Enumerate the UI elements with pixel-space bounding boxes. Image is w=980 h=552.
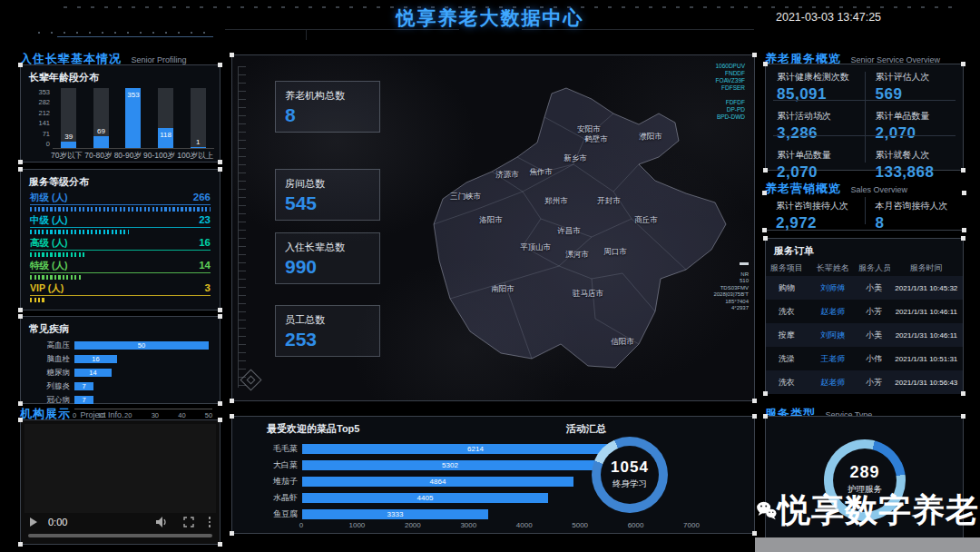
dish-label: 毛毛菜	[245, 443, 302, 455]
x-tick: 7000	[683, 521, 700, 529]
disease-panel: 常见疾病 高血压50脑血栓16糖尿病14列腺炎7冠心病7 01020304050	[20, 316, 220, 404]
corner-handle	[962, 191, 966, 195]
section-title-en: Senior Profiling	[131, 55, 186, 64]
table-row: 购物刘师傅小美2021/1/31 10:45:32	[766, 276, 963, 300]
play-button-icon[interactable]	[30, 518, 37, 527]
video-display[interactable]	[24, 424, 216, 513]
video-scrubber[interactable]	[28, 534, 212, 537]
column-header: 服务人员	[858, 262, 890, 274]
video-menu-icon[interactable]	[209, 517, 211, 527]
video-player-panel: 0:00	[20, 419, 220, 545]
stat-value: 545	[285, 192, 370, 214]
bar-value: 353	[125, 91, 141, 99]
service-time: 2021/1/31 10:56:43	[890, 379, 963, 387]
bar-value: 7	[74, 396, 93, 404]
city-label: 许昌市	[557, 226, 581, 237]
y-tick: 71	[26, 130, 50, 138]
corner-handle	[218, 160, 222, 164]
order-item: 洗衣	[766, 377, 808, 389]
level-dash-bar	[30, 298, 46, 302]
corner-handle	[230, 531, 234, 536]
level-dash-bar	[30, 252, 86, 257]
map-stat-card: 员工总数253	[275, 305, 380, 357]
watermark-text: 悦享数字养老	[778, 488, 979, 533]
disease-row: 脑血栓16	[28, 352, 220, 366]
elder-name: 王老师	[808, 353, 858, 365]
stat-label: 入住长辈总数	[285, 241, 370, 254]
disease-label: 糖尿病	[28, 368, 74, 379]
hud-line: 185°7404	[713, 299, 749, 306]
service-level-row: 初级 (人)266	[30, 192, 211, 212]
stat-label: 累计评估人次	[876, 71, 953, 84]
corner-handle	[18, 160, 23, 164]
map-panel: 安阳市鹤壁市濮阳市新乡市焦作市济源市三门峡市郑州市开封市洛阳市商丘市许昌市平顶山…	[231, 54, 755, 401]
service-time: 2021/1/31 10:46:11	[890, 331, 963, 340]
order-item: 按摩	[766, 330, 808, 341]
elder-name: 赵老师	[808, 377, 858, 389]
disease-chart-rows: 高血压50脑血栓16糖尿病14列腺炎7冠心病7	[21, 339, 220, 407]
stat-label: 累计健康检测次数	[777, 71, 854, 84]
age-chart-categories: 70岁以下70-80岁80-90岁90-100岁100岁以上	[50, 151, 214, 162]
volume-icon[interactable]	[156, 517, 169, 527]
corner-handle	[230, 399, 234, 403]
corner-handle	[752, 53, 757, 57]
bar-value: 16	[74, 355, 117, 363]
x-category: 90-100岁	[143, 151, 175, 162]
service-level-row: 中级 (人)23	[30, 214, 211, 234]
staff-name: 小美	[858, 282, 890, 294]
city-label: 濮阳市	[639, 132, 662, 143]
level-dash-bar	[30, 207, 211, 212]
map-ruler-decoration	[238, 66, 246, 388]
map-stat-card: 房间总数545	[275, 169, 380, 221]
disease-row: 高血压50	[28, 339, 220, 352]
stat-value: 3,286	[777, 124, 854, 143]
hud-line: FNDDF	[715, 70, 745, 77]
city-label: 周口市	[603, 247, 627, 258]
table-row: 洗衣赵老师小芳2021/1/31 10:46:11	[766, 300, 963, 323]
corner-handle	[18, 308, 23, 312]
bar-track: 353	[125, 88, 141, 148]
staff-name: 小美	[858, 330, 890, 341]
stat-cell: 累计就餐人次133,868	[865, 143, 964, 182]
bar-value: 14	[74, 369, 112, 377]
city-label: 信阳市	[611, 337, 634, 348]
hud-line: 510	[713, 278, 749, 285]
corner-handle	[763, 62, 768, 66]
corner-handle	[18, 418, 23, 422]
service-level-title: 服务等级分布	[21, 170, 220, 189]
bar-track: 118	[158, 88, 173, 148]
city-label: 商丘市	[634, 215, 658, 226]
column-header: 长辈姓名	[808, 262, 858, 274]
map-hud-right-text: NR510TDS03FMV2028|03|75B'T185°74044°2937	[713, 262, 749, 312]
x-category: 70-80岁	[84, 151, 112, 162]
city-label: 新乡市	[564, 153, 587, 164]
x-tick: 20	[124, 411, 132, 419]
wechat-icon	[756, 484, 778, 537]
timestamp: 2021-03-03 13:47:25	[776, 11, 881, 24]
bar-track: 69	[93, 88, 109, 148]
stat-label: 累计活动场次	[777, 110, 854, 123]
fullscreen-icon[interactable]	[183, 517, 194, 527]
elder-name: 刘师傅	[808, 282, 858, 294]
level-value: 266	[193, 192, 211, 204]
stat-label: 养老机构总数	[285, 89, 370, 103]
stat-value: 85,091	[777, 85, 854, 104]
corner-handle	[218, 308, 222, 312]
stat-label: 累计咨询接待人次	[776, 200, 854, 212]
city-label: 济源市	[495, 170, 519, 181]
service-level-head: 特级 (人)14	[30, 260, 211, 272]
level-label: 中级 (人)	[30, 214, 67, 227]
corner-handle	[18, 542, 23, 547]
stat-label: 本月咨询接待人次	[876, 200, 954, 212]
age-chart-plot: 39693531181	[53, 88, 214, 149]
stat-cell: 累计健康检测次数85,091	[766, 64, 865, 104]
corner-handle	[18, 63, 23, 67]
y-tick: 0	[26, 140, 50, 148]
corner-handle	[763, 414, 768, 419]
disease-label: 高血压	[28, 340, 74, 351]
city-label: 开封市	[597, 196, 621, 207]
service-level-row: VIP (人)3	[30, 282, 211, 302]
hud-line: TDS03FMV	[713, 285, 749, 292]
map-hud-top-text: 1060DPUVFNDDFFOAVZ39FFDFSERFDFDFDP-PDBPD…	[715, 63, 745, 121]
stat-cell: 累计活动场次3,286	[766, 104, 865, 143]
